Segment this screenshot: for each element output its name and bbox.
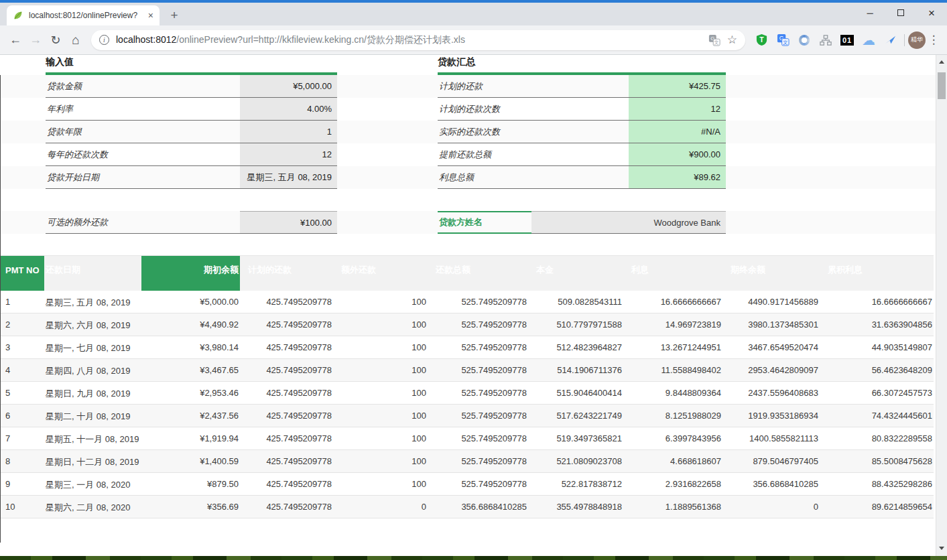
extension-bird-icon[interactable] [881, 31, 899, 50]
schedule-cell: 89.6214859654 [820, 496, 934, 518]
summary-row: 每年的还款次数12 [46, 143, 337, 166]
extension-sitemap-icon[interactable] [816, 31, 835, 50]
page-info-icon[interactable]: i [99, 35, 109, 45]
schedule-cell: 5 [0, 382, 44, 404]
toolbar-divider [904, 34, 905, 46]
schedule-cell: 星期二, 十月 08, 2019 [44, 405, 141, 427]
schedule-cell: 星期三, 五月 08, 2019 [44, 291, 141, 313]
scrollbar-thumb[interactable] [938, 72, 946, 99]
maximize-icon [897, 9, 904, 16]
reload-button[interactable]: ↻ [46, 30, 66, 50]
schedule-row: 2星期六, 六月 08, 2019¥4,490.92425.7495209778… [0, 313, 934, 336]
schedule-header-cell: 本金 [528, 256, 623, 291]
scrollbar-up-arrow-icon[interactable] [936, 56, 947, 67]
schedule-cell: 31.6363904856 [820, 313, 934, 336]
summary-value: ¥89.62 [629, 166, 726, 188]
schedule-cell: ¥879.50 [141, 473, 240, 495]
schedule-cell: 525.7495209778 [428, 473, 528, 495]
schedule-cell: 355.4978848918 [528, 496, 623, 518]
extension-cloud-icon[interactable]: ☁ [859, 31, 878, 50]
scrollbar-down-arrow-icon[interactable] [936, 543, 947, 553]
schedule-cell: 512.4823964827 [528, 336, 623, 358]
browser-menu-icon[interactable]: ⋮ [926, 33, 942, 47]
schedule-cell: 525.7495209778 [428, 382, 528, 404]
spreadsheet-preview: 输入值 贷款汇总 贷款金额¥5,000.00年利率4.00%贷款年限1每年的还款… [0, 55, 936, 556]
schedule-cell: 88.4325298286 [820, 473, 934, 495]
summary-value: #N/A [629, 121, 726, 143]
schedule-cell: 525.7495209778 [428, 336, 528, 358]
schedule-row: 6星期二, 十月 08, 2019¥2,437.56425.7495209778… [0, 405, 934, 427]
schedule-cell: 525.7495209778 [428, 405, 528, 427]
schedule-cell: 星期一, 七月 08, 2019 [44, 336, 141, 358]
extension-translate-icon[interactable]: G 文 [773, 31, 792, 50]
forward-button[interactable]: → [25, 30, 46, 50]
schedule-cell: 425.7495209778 [240, 473, 333, 495]
schedule-cell: 3467.6549520474 [722, 336, 820, 358]
schedule-cell: 525.7495209778 [428, 291, 528, 313]
new-tab-button[interactable]: + [165, 6, 184, 25]
schedule-cell: 2953.4642809097 [722, 359, 820, 381]
translate-page-icon[interactable]: G 文 [708, 34, 720, 46]
schedule-cell: 356.6868410285 [722, 473, 820, 495]
extension-01-badge-icon[interactable]: 01 [838, 31, 857, 50]
schedule-header-cell: 还款日期 [44, 256, 141, 291]
schedule-cell: 100 [333, 405, 428, 427]
schedule-row: 9星期三, 一月 08, 2020¥879.50425.749520977810… [0, 473, 934, 496]
schedule-cell: 425.7495209778 [240, 405, 333, 427]
lender-label: 贷款方姓名 [438, 211, 531, 234]
schedule-cell: 509.0828543111 [528, 291, 623, 313]
page-content: 输入值 贷款汇总 贷款金额¥5,000.00年利率4.00%贷款年限1每年的还款… [0, 55, 947, 556]
schedule-cell: 1 [0, 291, 44, 313]
tab-strip: localhost:8012/onlinePreview? × + ─ × [0, 3, 947, 25]
address-bar[interactable]: i localhost:8012/onlinePreview?url=http:… [91, 30, 745, 50]
window-minimize-button[interactable]: ─ [855, 3, 885, 23]
amortization-header-row: PMT NO还款日期期初余额计划的还款额外还款还款总额本金利息期终余额累积利息 [0, 255, 934, 291]
schedule-cell: ¥1,400.59 [141, 450, 240, 472]
schedule-cell: 16.6666666667 [623, 291, 722, 313]
vertical-scrollbar[interactable] [936, 55, 947, 556]
schedule-row: 10星期六, 二月 08, 2020¥356.69425.74952097780… [0, 496, 934, 518]
schedule-row: 3星期一, 七月 08, 2019¥3,980.14425.7495209778… [0, 336, 934, 359]
profile-avatar[interactable]: 精华 [908, 31, 926, 49]
browser-toolbar: ← → ↻ ⌂ i localhost:8012/onlinePreview?u… [0, 25, 947, 55]
back-button[interactable]: ← [5, 30, 25, 50]
schedule-cell: 4490.9171456889 [722, 291, 820, 313]
schedule-cell: 514.1906711376 [528, 359, 623, 381]
summary-row: 提前还款总额¥900.00 [438, 143, 726, 166]
schedule-cell: 0 [722, 496, 820, 518]
schedule-cell: 525.7495209778 [428, 313, 528, 336]
tab-close-icon[interactable]: × [148, 11, 153, 20]
home-button[interactable]: ⌂ [66, 30, 86, 50]
schedule-row: 1星期三, 五月 08, 2019¥5,000.00425.7495209778… [0, 291, 934, 313]
browser-tab[interactable]: localhost:8012/onlinePreview? × [7, 5, 160, 25]
bookmark-star-icon[interactable]: ☆ [727, 33, 737, 47]
window-maximize-button[interactable] [885, 3, 916, 23]
schedule-cell: 74.4324445601 [820, 405, 934, 427]
summary-row: 可选的额外还款¥100.00 [46, 211, 337, 234]
window-close-button[interactable]: × [916, 3, 947, 23]
inputs-section-title: 输入值 [46, 56, 74, 68]
summary-section-title: 贷款汇总 [438, 56, 475, 68]
schedule-cell: 425.7495209778 [240, 450, 333, 472]
summary-value: 4.00% [240, 98, 337, 120]
lender-row: 贷款方姓名 Woodgrove Bank [438, 211, 726, 234]
schedule-cell: 9.8448809364 [623, 382, 722, 404]
summary-row: 贷款金额¥5,000.00 [46, 75, 337, 98]
schedule-header-cell: 期初余额 [141, 256, 240, 291]
schedule-cell: 525.7495209778 [428, 450, 528, 472]
browser-window: localhost:8012/onlinePreview? × + ─ × ← … [0, 0, 947, 560]
schedule-cell: 1919.9353186934 [722, 405, 820, 427]
tab-title: localhost:8012/onlinePreview? [29, 11, 144, 20]
schedule-header-cell: 额外还款 [333, 256, 428, 291]
schedule-cell: 425.7495209778 [240, 427, 333, 449]
extension-swirl-icon[interactable] [795, 31, 814, 50]
summary-row: 贷款开始日期星期三, 五月 08, 2019 [46, 166, 337, 189]
extension-shield-icon[interactable]: T [752, 31, 771, 50]
url-text[interactable]: localhost:8012/onlinePreview?url=http://… [116, 34, 702, 46]
schedule-cell: ¥5,000.00 [141, 291, 240, 313]
schedule-cell: 8.1251988029 [623, 405, 722, 427]
summary-value: 12 [240, 143, 337, 165]
schedule-cell: 425.7495209778 [240, 496, 333, 518]
schedule-cell: 6.3997843956 [623, 427, 722, 449]
schedule-cell: 510.7797971588 [528, 313, 623, 336]
